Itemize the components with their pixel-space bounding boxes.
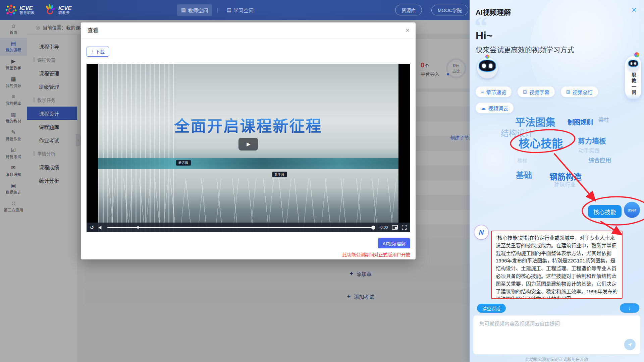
replay-icon[interactable]: ↺: [90, 225, 94, 230]
modal-close-icon[interactable]: ×: [406, 27, 410, 34]
video-controls-bar: ↺ -0:00: [87, 223, 410, 232]
wordcloud-term[interactable]: 动手实践: [578, 146, 600, 154]
ai-robot-avatar: [477, 58, 498, 78]
study-space-icon: ▤: [227, 7, 231, 13]
brand-icve-zhijiaoyun[interactable]: iCVE 职教云: [44, 4, 72, 16]
download-icon: ↓: [91, 49, 94, 54]
robot-face: [479, 60, 495, 71]
study-space-tab[interactable]: ▤ 学习空间: [223, 4, 258, 16]
wordcloud-term[interactable]: 梁柱: [598, 115, 609, 123]
play-button[interactable]: ▶: [238, 138, 258, 150]
feature-icon: ☁: [481, 105, 486, 111]
picture-in-picture-icon[interactable]: [392, 225, 398, 230]
feature-icon: ≡: [481, 89, 484, 95]
brand-icve-zhihuizhijiao[interactable]: iCVE 智慧职教: [5, 4, 35, 16]
wordcloud-term[interactable]: 制图规则: [568, 117, 593, 126]
wordcloud-term[interactable]: 建筑行业: [554, 180, 576, 188]
ai-video-panel: AI视频理解 × “ Hi~ 快来尝试更高效的视频学习方式 职教一问 ≡ 章节速…: [470, 0, 644, 362]
brand-subtitle: 智慧职教: [19, 11, 35, 15]
brand-subtitle: 职教云: [58, 11, 72, 15]
fullscreen-icon[interactable]: [402, 225, 407, 230]
ai-feature-button[interactable]: ⊞ 视频总结: [561, 86, 598, 97]
user-question-bubble: 核心技能: [588, 205, 622, 218]
scroll-down-button[interactable]: ↓: [620, 303, 639, 313]
volume-icon[interactable]: [98, 225, 103, 230]
robot-antenna-icon: [485, 55, 489, 59]
app-root: iCVE 智慧职教 iCVE 职教云 ▦ 教师空间 |: [0, 0, 644, 362]
icve-flower-logo-icon: [5, 4, 17, 16]
video-headline: 全面开启课程新征程: [98, 114, 398, 136]
panel-close-icon[interactable]: ×: [632, 5, 637, 14]
wordcloud-term[interactable]: 剪力墙板: [578, 135, 606, 145]
remaining-time: -0:00: [379, 225, 388, 229]
ai-feature-button[interactable]: ⊟ 视频字幕: [518, 86, 555, 97]
ai-feature-buttons: ≡ 章节速览 ⊟ 视频字幕 ⊞ 视频总结 ☁ 视频词云: [476, 86, 636, 113]
icve-fan-logo-icon: [44, 4, 56, 16]
wordcloud-term[interactable]: 楼梯: [517, 157, 527, 164]
modal-title: 查看: [88, 22, 98, 39]
brand-title: iCVE: [58, 5, 72, 11]
feature-label: 视频总结: [573, 88, 593, 96]
progress-slider[interactable]: [107, 225, 375, 230]
ai-video-understand-button[interactable]: AI视频理解: [378, 238, 410, 248]
chat-input[interactable]: [473, 315, 640, 332]
ai-feature-button[interactable]: ☁ 视频词云: [476, 103, 514, 113]
greeting: Hi~: [476, 29, 493, 42]
ai-answer-bubble: “核心技能”是指在特定行业或领域中，对于专业人士来说至关重要的技能或能力。在建筑…: [491, 231, 623, 299]
view-video-modal: 查看 × ↓ 下载 全面开启课程新征程 新方阵 新手段 ▶ ↺: [81, 22, 416, 259]
user-avatar: user: [624, 202, 640, 218]
progress-track: [107, 227, 375, 228]
mooc-college-button[interactable]: MOOC学院: [431, 5, 468, 15]
chat-input-box: [473, 315, 641, 355]
wordcloud-term[interactable]: 核心技能: [519, 135, 563, 151]
modal-header: 查看 ×: [81, 22, 416, 39]
wordcloud-term[interactable]: 综合应用: [588, 156, 611, 164]
brand-title: iCVE: [19, 5, 35, 11]
teacher-space-tab[interactable]: ▦ 教师空间: [177, 4, 212, 16]
feature-label: 视频词云: [488, 105, 508, 112]
download-button[interactable]: ↓ 下载: [87, 47, 109, 57]
teacher-space-icon: ▦: [181, 7, 186, 13]
ai-logo-avatar: N: [475, 226, 488, 239]
nav-divider: |: [217, 7, 218, 13]
top-right-links: 资源库 MOOC学院: [395, 0, 468, 20]
panel-beta-notice: 此功能公测期间对正式版用户开放: [470, 356, 644, 362]
greeting-subtitle: 快来尝试更高效的视频学习方式: [476, 44, 574, 54]
send-button[interactable]: [624, 339, 636, 350]
wordcloud-term[interactable]: 基础: [516, 169, 532, 180]
feature-label: 视频字幕: [529, 88, 549, 96]
progress-marker: [137, 226, 139, 229]
play-icon: ▶: [247, 141, 251, 147]
clear-conversation-button[interactable]: 清空对话: [477, 304, 506, 313]
resource-library-button[interactable]: 资源库: [395, 5, 422, 15]
paper-plane-icon: [627, 342, 633, 347]
feature-label: 章节速览: [486, 88, 506, 96]
video-tag: 新方阵: [176, 160, 191, 166]
ai-logo-glyph: N: [479, 229, 484, 236]
progress-handle[interactable]: [371, 226, 375, 230]
video-decor-skyline: [98, 158, 398, 169]
assistant-robot-icon: [628, 59, 639, 70]
feature-icon: ⊟: [523, 89, 527, 95]
ai-feature-button[interactable]: ≡ 章节速览: [476, 86, 512, 97]
beta-notice: 此功能公测期间对正式版用户开放: [342, 251, 411, 258]
space-switcher: ▦ 教师空间 | ▤ 学习空间: [177, 0, 258, 20]
video-player[interactable]: 全面开启课程新征程 新方阵 新手段 ▶ ↺ -0:00: [87, 64, 410, 232]
video-tag: 新手段: [272, 172, 287, 177]
feature-icon: ⊞: [566, 89, 570, 95]
icve-spark-icon: [634, 52, 639, 57]
